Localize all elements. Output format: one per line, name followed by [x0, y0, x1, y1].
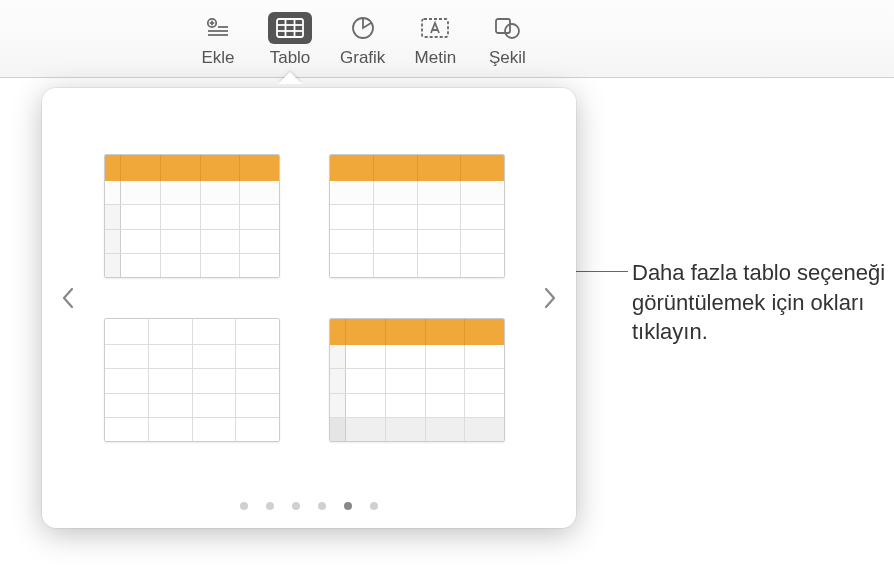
toolbar-item-label: Grafik [340, 48, 385, 68]
page-dot[interactable] [266, 502, 274, 510]
toolbar-item-label: Şekil [489, 48, 526, 68]
shape-icon [485, 12, 529, 44]
page-dot[interactable] [318, 502, 326, 510]
page-dot[interactable] [292, 502, 300, 510]
text-icon [413, 12, 457, 44]
toolbar: Ekle Tablo Grafik [0, 0, 894, 78]
table-style-option[interactable] [104, 318, 280, 442]
page-dot[interactable] [344, 502, 352, 510]
popover-content [42, 88, 576, 488]
chart-icon [341, 12, 385, 44]
table-style-option[interactable] [329, 154, 505, 278]
svg-rect-6 [277, 19, 303, 37]
table-styles-popover [42, 88, 576, 528]
svg-point-14 [505, 24, 519, 38]
table-style-option[interactable] [104, 154, 280, 278]
page-dots [42, 488, 576, 528]
toolbar-item-label: Metin [415, 48, 457, 68]
chevron-left-icon [61, 286, 75, 310]
toolbar-chart-button[interactable]: Grafik [340, 12, 385, 77]
next-arrow-button[interactable] [532, 286, 568, 310]
toolbar-shape-button[interactable]: Şekil [485, 12, 529, 77]
table-icon [268, 12, 312, 44]
prev-arrow-button[interactable] [50, 286, 86, 310]
toolbar-table-button[interactable]: Tablo [268, 12, 312, 77]
chevron-right-icon [543, 286, 557, 310]
insert-icon [196, 12, 240, 44]
table-style-option[interactable] [329, 318, 505, 442]
toolbar-item-label: Ekle [201, 48, 234, 68]
page-dot[interactable] [240, 502, 248, 510]
table-style-grid [86, 134, 532, 462]
callout-text: Daha fazla tablo seçeneği görüntülemek i… [632, 258, 894, 347]
page-dot[interactable] [370, 502, 378, 510]
toolbar-text-button[interactable]: Metin [413, 12, 457, 77]
toolbar-item-label: Tablo [270, 48, 311, 68]
toolbar-insert-button[interactable]: Ekle [196, 12, 240, 77]
